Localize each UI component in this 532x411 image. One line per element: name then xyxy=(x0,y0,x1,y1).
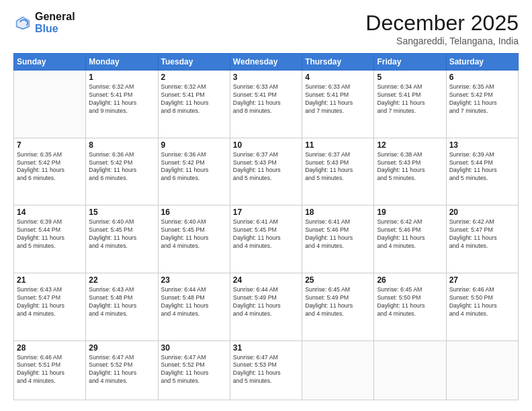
page: General Blue December 2025 Sangareddi, T… xyxy=(0,0,532,411)
table-row: 20Sunrise: 6:42 AM Sunset: 5:47 PM Dayli… xyxy=(446,205,518,273)
table-row xyxy=(374,340,446,400)
day-info: Sunrise: 6:42 AM Sunset: 5:46 PM Dayligh… xyxy=(377,218,443,250)
day-number: 26 xyxy=(377,275,443,285)
day-number: 15 xyxy=(89,208,154,217)
location-subtitle: Sangareddi, Telangana, India xyxy=(365,36,519,46)
table-row: 4Sunrise: 6:33 AM Sunset: 5:41 PM Daylig… xyxy=(302,71,374,138)
table-row: 2Sunrise: 6:32 AM Sunset: 5:41 PM Daylig… xyxy=(158,71,230,138)
header-monday: Monday xyxy=(86,54,158,71)
table-row: 30Sunrise: 6:47 AM Sunset: 5:52 PM Dayli… xyxy=(158,340,230,400)
table-row: 21Sunrise: 6:43 AM Sunset: 5:47 PM Dayli… xyxy=(14,273,86,340)
day-number: 9 xyxy=(161,140,227,150)
table-row: 29Sunrise: 6:47 AM Sunset: 5:52 PM Dayli… xyxy=(86,340,158,400)
table-row: 1Sunrise: 6:32 AM Sunset: 5:41 PM Daylig… xyxy=(86,71,158,138)
calendar-week-2: 7Sunrise: 6:35 AM Sunset: 5:42 PM Daylig… xyxy=(14,138,519,205)
day-info: Sunrise: 6:40 AM Sunset: 5:45 PM Dayligh… xyxy=(161,218,227,250)
day-number: 7 xyxy=(17,140,83,150)
day-number: 31 xyxy=(233,343,299,353)
header-saturday: Saturday xyxy=(446,54,518,71)
day-number: 23 xyxy=(161,275,227,285)
day-info: Sunrise: 6:36 AM Sunset: 5:42 PM Dayligh… xyxy=(89,151,154,183)
day-info: Sunrise: 6:32 AM Sunset: 5:41 PM Dayligh… xyxy=(89,83,154,116)
table-row: 18Sunrise: 6:41 AM Sunset: 5:46 PM Dayli… xyxy=(302,205,374,273)
table-row: 6Sunrise: 6:35 AM Sunset: 5:42 PM Daylig… xyxy=(446,71,518,138)
day-number: 11 xyxy=(305,140,371,150)
table-row: 5Sunrise: 6:34 AM Sunset: 5:41 PM Daylig… xyxy=(374,71,446,138)
day-info: Sunrise: 6:46 AM Sunset: 5:51 PM Dayligh… xyxy=(17,354,83,386)
day-number: 27 xyxy=(449,275,515,285)
day-info: Sunrise: 6:34 AM Sunset: 5:41 PM Dayligh… xyxy=(377,83,443,116)
day-number: 29 xyxy=(89,343,154,353)
day-number: 24 xyxy=(233,275,299,285)
day-info: Sunrise: 6:37 AM Sunset: 5:43 PM Dayligh… xyxy=(305,151,371,183)
day-info: Sunrise: 6:45 AM Sunset: 5:49 PM Dayligh… xyxy=(305,286,371,318)
header-tuesday: Tuesday xyxy=(158,54,230,71)
table-row: 25Sunrise: 6:45 AM Sunset: 5:49 PM Dayli… xyxy=(302,273,374,340)
day-number: 17 xyxy=(233,208,299,217)
day-info: Sunrise: 6:32 AM Sunset: 5:41 PM Dayligh… xyxy=(161,83,227,116)
day-info: Sunrise: 6:41 AM Sunset: 5:46 PM Dayligh… xyxy=(305,218,371,250)
day-number: 5 xyxy=(377,73,443,82)
table-row: 22Sunrise: 6:43 AM Sunset: 5:48 PM Dayli… xyxy=(86,273,158,340)
day-info: Sunrise: 6:36 AM Sunset: 5:42 PM Dayligh… xyxy=(161,151,227,183)
day-number: 21 xyxy=(17,275,83,285)
table-row xyxy=(302,340,374,400)
table-row xyxy=(446,340,518,400)
calendar-week-5: 28Sunrise: 6:46 AM Sunset: 5:51 PM Dayli… xyxy=(14,340,519,400)
calendar-week-4: 21Sunrise: 6:43 AM Sunset: 5:47 PM Dayli… xyxy=(14,273,519,340)
day-number: 16 xyxy=(161,208,227,217)
day-info: Sunrise: 6:33 AM Sunset: 5:41 PM Dayligh… xyxy=(233,83,299,116)
day-number: 28 xyxy=(17,343,83,353)
table-row: 31Sunrise: 6:47 AM Sunset: 5:53 PM Dayli… xyxy=(230,340,302,400)
calendar-week-1: 1Sunrise: 6:32 AM Sunset: 5:41 PM Daylig… xyxy=(14,71,519,138)
day-number: 20 xyxy=(449,208,515,217)
header-thursday: Thursday xyxy=(302,54,374,71)
day-number: 3 xyxy=(233,73,299,82)
table-row: 15Sunrise: 6:40 AM Sunset: 5:45 PM Dayli… xyxy=(86,205,158,273)
day-info: Sunrise: 6:45 AM Sunset: 5:50 PM Dayligh… xyxy=(377,286,443,318)
day-number: 10 xyxy=(233,140,299,150)
day-info: Sunrise: 6:37 AM Sunset: 5:43 PM Dayligh… xyxy=(233,151,299,183)
table-row: 11Sunrise: 6:37 AM Sunset: 5:43 PM Dayli… xyxy=(302,138,374,205)
logo-icon xyxy=(13,13,32,32)
table-row: 13Sunrise: 6:39 AM Sunset: 5:44 PM Dayli… xyxy=(446,138,518,205)
table-row: 16Sunrise: 6:40 AM Sunset: 5:45 PM Dayli… xyxy=(158,205,230,273)
day-number: 4 xyxy=(305,73,371,82)
calendar-week-3: 14Sunrise: 6:39 AM Sunset: 5:44 PM Dayli… xyxy=(14,205,519,273)
table-row: 10Sunrise: 6:37 AM Sunset: 5:43 PM Dayli… xyxy=(230,138,302,205)
day-info: Sunrise: 6:43 AM Sunset: 5:47 PM Dayligh… xyxy=(17,286,83,318)
table-row: 14Sunrise: 6:39 AM Sunset: 5:44 PM Dayli… xyxy=(14,205,86,273)
table-row: 24Sunrise: 6:44 AM Sunset: 5:49 PM Dayli… xyxy=(230,273,302,340)
table-row: 27Sunrise: 6:46 AM Sunset: 5:50 PM Dayli… xyxy=(446,273,518,340)
day-number: 19 xyxy=(377,208,443,217)
calendar-header-row: Sunday Monday Tuesday Wednesday Thursday… xyxy=(14,54,519,71)
table-row xyxy=(14,71,86,138)
table-row: 7Sunrise: 6:35 AM Sunset: 5:42 PM Daylig… xyxy=(14,138,86,205)
logo-text: General Blue xyxy=(35,11,75,35)
header-sunday: Sunday xyxy=(14,54,86,71)
day-info: Sunrise: 6:38 AM Sunset: 5:43 PM Dayligh… xyxy=(377,151,443,183)
day-number: 12 xyxy=(377,140,443,150)
day-number: 14 xyxy=(17,208,83,217)
day-number: 8 xyxy=(89,140,154,150)
day-number: 6 xyxy=(449,73,515,82)
day-info: Sunrise: 6:40 AM Sunset: 5:45 PM Dayligh… xyxy=(89,218,154,250)
day-number: 1 xyxy=(89,73,154,82)
calendar-table: Sunday Monday Tuesday Wednesday Thursday… xyxy=(13,53,519,400)
day-number: 13 xyxy=(449,140,515,150)
title-block: December 2025 Sangareddi, Telangana, Ind… xyxy=(365,11,519,46)
day-number: 22 xyxy=(89,275,154,285)
table-row: 3Sunrise: 6:33 AM Sunset: 5:41 PM Daylig… xyxy=(230,71,302,138)
day-info: Sunrise: 6:44 AM Sunset: 5:48 PM Dayligh… xyxy=(161,286,227,318)
day-number: 25 xyxy=(305,275,371,285)
table-row: 9Sunrise: 6:36 AM Sunset: 5:42 PM Daylig… xyxy=(158,138,230,205)
day-number: 2 xyxy=(161,73,227,82)
day-info: Sunrise: 6:39 AM Sunset: 5:44 PM Dayligh… xyxy=(17,218,83,250)
day-info: Sunrise: 6:44 AM Sunset: 5:49 PM Dayligh… xyxy=(233,286,299,318)
month-title: December 2025 xyxy=(365,11,519,36)
table-row: 17Sunrise: 6:41 AM Sunset: 5:45 PM Dayli… xyxy=(230,205,302,273)
day-info: Sunrise: 6:47 AM Sunset: 5:52 PM Dayligh… xyxy=(161,354,227,386)
day-number: 30 xyxy=(161,343,227,353)
header-friday: Friday xyxy=(374,54,446,71)
day-number: 18 xyxy=(305,208,371,217)
